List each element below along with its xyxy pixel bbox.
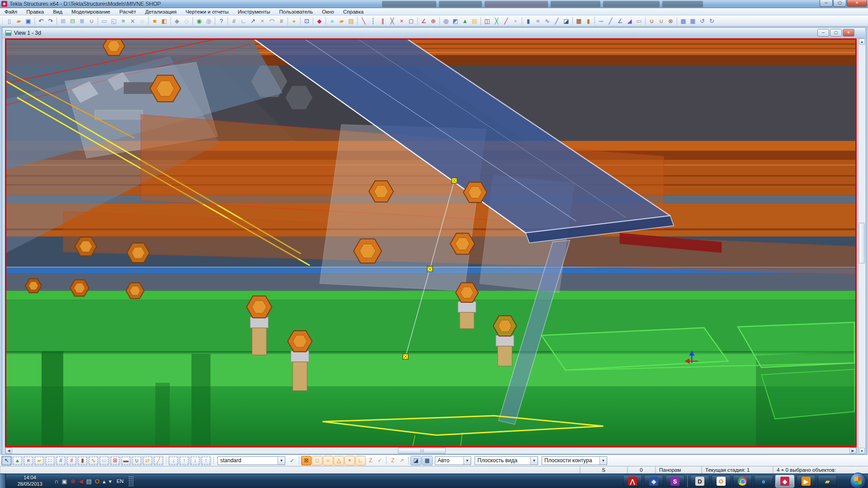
grid-fence-icon[interactable]: #	[277, 16, 286, 25]
contour-plane-combo[interactable]: Плоскости контура ▼	[542, 456, 607, 465]
snap-reference-points-button[interactable]: ⊠	[301, 456, 311, 465]
view-close-button[interactable]: ×	[843, 29, 854, 37]
select-assembly-higher-button[interactable]: ↑	[201, 456, 211, 465]
menu-item-4[interactable]: Моделирование	[67, 9, 115, 15]
selection-filter-combo[interactable]: standard ▼	[217, 456, 285, 465]
explorer-folder-icon[interactable]: ▰	[818, 475, 837, 488]
comment-bubble-icon[interactable]: ▭	[634, 16, 644, 25]
select-assemblies-button[interactable]: ⊞	[110, 456, 120, 465]
weld-tool-icon[interactable]: ≈	[533, 16, 542, 25]
media-player-icon[interactable]: ▶	[797, 475, 816, 488]
filter-check-icon[interactable]: ✓	[287, 457, 297, 464]
chevron-down-icon[interactable]: ▼	[278, 457, 285, 465]
scroll-right-icon[interactable]: ▶	[849, 448, 856, 454]
snap-x-icon[interactable]: ×	[397, 16, 406, 25]
part-box-icon[interactable]: ■	[150, 16, 160, 25]
ruler-diagonal-icon[interactable]: ╱	[501, 16, 511, 25]
menu-item-7[interactable]: Чертежи и отчеты	[181, 9, 233, 15]
mesh-sphere-icon[interactable]: ⊗	[666, 16, 675, 25]
snap-end-points-button[interactable]: ∟	[355, 456, 366, 465]
component-catalog-icon[interactable]: ◉	[194, 16, 204, 25]
paste-properties-icon[interactable]: ⊟	[68, 16, 77, 25]
work-plane-combo[interactable]: Плоскость вида ▼	[475, 456, 538, 465]
show-hidden-icon[interactable]: ▴	[103, 478, 106, 485]
snap-box-icon[interactable]: ◻	[406, 16, 416, 25]
select-component-lower-button[interactable]: ↓	[168, 456, 179, 465]
modification-handle[interactable]	[452, 178, 457, 183]
vertical-scroll-thumb[interactable]	[859, 223, 865, 263]
phase-manager-icon[interactable]: ◩	[451, 16, 460, 25]
measure-angle-icon[interactable]: ◠	[267, 16, 277, 25]
basket-icon[interactable]: ∪	[87, 16, 96, 25]
tray-expand-icon[interactable]: ▾	[109, 478, 112, 485]
dim-angle-icon[interactable]: ∠	[615, 16, 625, 25]
snap-points-icon[interactable]: ┆	[368, 16, 378, 25]
handles-compact-icon[interactable]: ▦	[688, 16, 698, 25]
grid-magnet-toggle-button[interactable]: ▩	[422, 456, 433, 465]
notes-page-icon[interactable]: ▤	[470, 16, 479, 25]
new-file-icon[interactable]: ▯	[5, 16, 14, 25]
open-file-icon[interactable]: ▰	[14, 16, 24, 25]
select-single-rebars-button[interactable]: ╱	[153, 456, 164, 465]
point-bright-icon[interactable]: ◇	[182, 16, 191, 25]
minimize-button[interactable]: ─	[820, 0, 833, 7]
scroll-left-icon[interactable]: ◀	[5, 448, 12, 454]
headphones-icon[interactable]: ∩	[54, 478, 58, 485]
snap-parallel-icon[interactable]: ∥	[378, 16, 387, 25]
inquire-icon[interactable]: ?	[217, 16, 226, 25]
menu-item-1[interactable]: Файл	[0, 9, 22, 15]
select-bolts-button[interactable]: ▮	[77, 456, 88, 465]
show-desktop-button[interactable]	[0, 474, 6, 488]
close-button[interactable]: ×	[847, 0, 867, 7]
select-component-higher-button[interactable]: ↑	[179, 456, 189, 465]
slope-tool-icon[interactable]: ╱	[552, 16, 561, 25]
snap-depth-combo[interactable]: Авто ▼	[435, 456, 471, 465]
workplane-tool-icon[interactable]: ◪	[561, 16, 571, 25]
new-view-icon[interactable]: ▭	[99, 16, 109, 25]
ortho-toggle-button[interactable]: ◪	[410, 456, 421, 465]
internet-explorer-icon[interactable]: e	[754, 475, 773, 488]
clamp-tool-icon[interactable]: ◫	[482, 16, 492, 25]
handles-stretch-icon[interactable]: ▩	[679, 16, 688, 25]
bolt[interactable]	[25, 279, 42, 293]
rebar-bar-icon[interactable]: ▮	[584, 16, 593, 25]
component-default-icon[interactable]: ◎	[204, 16, 213, 25]
lifting-check-icon[interactable]: ╳	[492, 16, 501, 25]
copy-properties-icon[interactable]: ⊞	[58, 16, 68, 25]
undo-icon[interactable]: ↶	[36, 16, 46, 25]
lasso-icon[interactable]: ◌	[137, 16, 147, 25]
s-purple-app-icon[interactable]: S	[665, 475, 684, 488]
snap-midpoints-button[interactable]: △	[334, 456, 344, 465]
snap-origin-icon[interactable]: ⊕	[429, 16, 438, 25]
view-list-icon[interactable]: ≡	[118, 16, 128, 25]
print-list-icon[interactable]: ≣	[77, 16, 87, 25]
marker-pen-icon[interactable]: ◢	[625, 16, 634, 25]
snap-intersections-button[interactable]: ×	[344, 456, 355, 465]
snap-cross-icon[interactable]: ╳	[387, 16, 397, 25]
flag-up-icon[interactable]: ▲	[460, 16, 470, 25]
select-component-objects-button[interactable]: ▬	[121, 456, 131, 465]
profile-u-hand-icon[interactable]: ∪	[656, 16, 666, 25]
pipe-tool-icon[interactable]: ∿	[542, 16, 552, 25]
snap-free-arrow-button[interactable]: ↗	[397, 457, 406, 464]
point-dim-icon[interactable]: ◆	[172, 16, 182, 25]
taskbar-clock[interactable]: 14:04 28/05/2013	[7, 474, 52, 487]
vertical-scrollbar[interactable]: ▲ ▼	[858, 38, 865, 454]
select-points-button[interactable]: ∷	[45, 456, 55, 465]
create-grid-icon[interactable]: #	[229, 16, 239, 25]
measure-x-icon[interactable]: ×	[258, 16, 267, 25]
menu-item-10[interactable]: Окно	[317, 9, 339, 15]
model-3d-scene[interactable]	[6, 40, 855, 446]
snap-nearest-button[interactable]: ○	[323, 456, 333, 465]
snap-depth-z-button[interactable]: Z	[366, 457, 375, 464]
rotate-left-icon[interactable]: ↺	[698, 16, 707, 25]
tekla-tool-icon[interactable]: ◆	[315, 16, 324, 25]
menu-item-6[interactable]: Детализация	[141, 9, 181, 15]
menu-item-8[interactable]: Инструменты	[233, 9, 275, 15]
chevron-down-icon[interactable]: ▼	[530, 457, 538, 465]
chevron-down-icon[interactable]: ▼	[463, 457, 471, 465]
selection-area-icon[interactable]: ▫	[511, 16, 520, 25]
snap-angle-icon[interactable]: ∠	[419, 16, 429, 25]
menu-item-2[interactable]: Правка	[22, 9, 48, 15]
chevron-down-icon[interactable]: ▼	[599, 457, 607, 465]
